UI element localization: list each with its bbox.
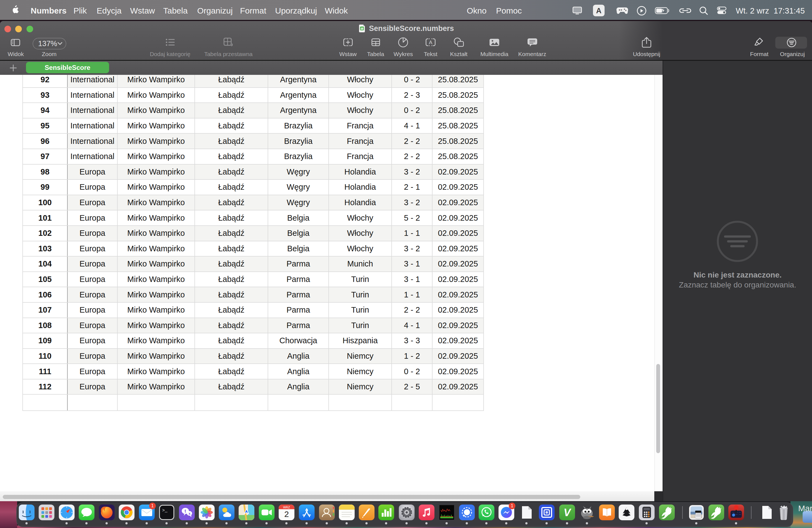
svg-text:t: t — [185, 509, 186, 513]
svg-text:x: x — [188, 511, 191, 516]
svg-text:>_: >_ — [162, 508, 168, 513]
svg-text:2: 2 — [284, 510, 289, 518]
svg-text:V: V — [563, 507, 571, 518]
svg-text:A: A — [429, 40, 433, 45]
svg-text:WRZ: WRZ — [283, 505, 290, 509]
